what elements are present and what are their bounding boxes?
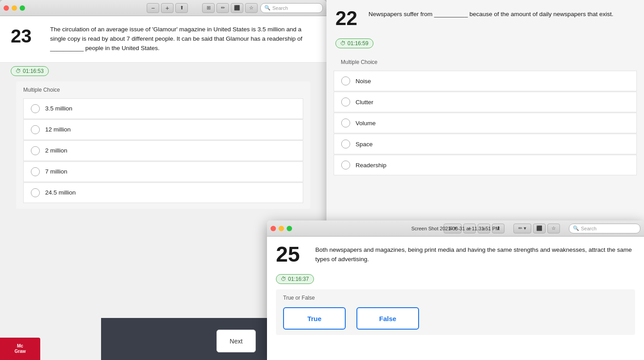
q25-text: Both newspapers and magazines, being pri… xyxy=(312,244,635,265)
option-label-1: 3.5 million xyxy=(45,105,72,112)
q22-option-label-2: Clutter xyxy=(356,99,373,106)
option-2-million[interactable]: 2 million xyxy=(23,140,303,161)
q22-option-label-1: Noise xyxy=(356,78,371,85)
q25-tf-section: True or False True False xyxy=(276,289,635,335)
q22-timer-value: 01:16:59 xyxy=(347,40,369,47)
q22-option-clutter[interactable]: Clutter xyxy=(334,92,637,112)
q25-timer-badge: ⏱ 01:16:37 xyxy=(276,274,314,284)
question-23-block: 23 The circulation of an average issue o… xyxy=(0,16,326,63)
q22-option-volume[interactable]: Volume xyxy=(334,113,637,133)
q25-tf-buttons: True False xyxy=(283,307,628,330)
toolbar-q25: Screen Shot 2021-03-31 at 11.31.51 PM ⊞ … xyxy=(267,220,644,237)
q22-radio-1 xyxy=(341,76,350,85)
radio-circle-5 xyxy=(31,188,40,197)
q25-search-input[interactable]: 🔍 Search xyxy=(569,224,640,233)
q25-bookmark-icon[interactable]: ☆ xyxy=(547,224,560,233)
q22-radio-2 xyxy=(341,97,350,106)
q22-option-label-5: Readership xyxy=(356,162,386,169)
radio-circle-2 xyxy=(31,125,40,134)
search-placeholder: Search xyxy=(272,5,288,11)
mcgraw-text: Mc Graw xyxy=(14,343,25,354)
q25-export-icon[interactable]: ⬛ xyxy=(533,224,546,233)
option-label-3: 2 million xyxy=(45,147,68,154)
option-7-million[interactable]: 7 million xyxy=(23,161,303,182)
radio-circle-3 xyxy=(31,146,40,155)
question-23-text: The circulation of an average issue of '… xyxy=(47,25,316,53)
option-label-4: 7 million xyxy=(45,168,68,175)
q22-text: Newspapers suffer from __________ becaus… xyxy=(367,7,635,30)
q22-radio-5 xyxy=(341,161,350,169)
q25-number: 25 xyxy=(276,244,312,265)
q22-option-readership[interactable]: Readership xyxy=(334,155,637,175)
option-12-million[interactable]: 12 million xyxy=(23,119,303,140)
close-button[interactable] xyxy=(4,5,9,11)
q22-option-label-3: Volume xyxy=(356,120,376,127)
q23-answer-type: Multiple Choice xyxy=(23,87,303,93)
export-icon[interactable]: ⬛ xyxy=(231,3,243,13)
window-q25: Screen Shot 2021-03-31 at 11.31.51 PM ⊞ … xyxy=(267,220,644,360)
q25-minimize-button[interactable] xyxy=(279,226,284,231)
q25-close-button[interactable] xyxy=(271,226,276,231)
zoom-out-icon[interactable]: − xyxy=(147,3,159,13)
q22-number: 22 xyxy=(335,7,367,30)
false-button[interactable]: False xyxy=(356,307,419,330)
toolbar-q23: − + ⬆ ⊞ ✏ ⬛ ☆ 🔍 Search xyxy=(0,0,326,16)
q22-mc-section: Multiple Choice Noise Clutter Volume Spa… xyxy=(334,54,637,181)
q22-radio-3 xyxy=(341,119,350,127)
q25-maximize-button[interactable] xyxy=(287,226,292,231)
zoom-in-icon[interactable]: + xyxy=(161,3,174,13)
radio-circle-1 xyxy=(31,104,40,113)
edit-icon[interactable]: ✏ xyxy=(216,3,229,13)
layout-icon[interactable]: ⊞ xyxy=(202,3,215,13)
q22-option-space[interactable]: Space xyxy=(334,134,637,154)
q23-timer-wrap: ⏱ 01:16:53 xyxy=(0,63,326,81)
q22-radio-4 xyxy=(341,140,350,148)
q25-timer-icon: ⏱ xyxy=(281,276,286,282)
option-label-5: 24.5 million xyxy=(45,189,76,196)
timer-icon: ⏱ xyxy=(16,68,21,74)
q25-question-block: 25 Both newspapers and magazines, being … xyxy=(267,237,644,271)
q25-answer-area: ⏱ 01:16:37 True or False True False xyxy=(267,271,644,360)
q25-search-placeholder: Search xyxy=(581,226,597,231)
search-input[interactable]: 🔍 Search xyxy=(260,3,323,13)
maximize-button[interactable] xyxy=(20,5,25,11)
q25-edit-icon[interactable]: ✏ ▾ xyxy=(513,224,531,233)
q23-timer-badge: ⏱ 01:16:53 xyxy=(11,66,49,76)
mcgraw-logo: Mc Graw xyxy=(0,338,40,360)
true-button[interactable]: True xyxy=(283,307,346,330)
option-35-million[interactable]: 3.5 million xyxy=(23,98,303,119)
next-button[interactable]: Next xyxy=(216,330,256,352)
minimize-button[interactable] xyxy=(12,5,17,11)
q25-timer-value: 01:16:37 xyxy=(288,276,309,282)
q22-timer-icon: ⏱ xyxy=(340,40,346,47)
radio-circle-4 xyxy=(31,167,40,176)
q22-answer-type: Multiple Choice xyxy=(334,59,637,71)
mcgraw-line2: Graw xyxy=(14,349,25,354)
q23-answer-section: Multiple Choice 3.5 million 12 million 2… xyxy=(16,81,310,209)
q25-answer-type: True or False xyxy=(283,295,628,301)
q22-header: 22 Newspapers suffer from __________ bec… xyxy=(326,0,644,35)
q22-option-noise[interactable]: Noise xyxy=(334,71,637,91)
option-label-2: 12 million xyxy=(45,126,71,133)
q23-answers: Multiple Choice 3.5 million 12 million 2… xyxy=(0,81,326,227)
mcgraw-line1: Mc xyxy=(14,343,25,349)
bookmark-icon[interactable]: ☆ xyxy=(245,3,258,13)
q22-timer-wrap: ⏱ 01:16:59 xyxy=(326,35,644,54)
q25-window-title: Screen Shot 2021-03-31 at 11.31.51 PM xyxy=(411,226,500,231)
q22-option-label-4: Space xyxy=(356,141,373,148)
question-23-number: 23 xyxy=(11,25,47,53)
q23-timer-value: 01:16:53 xyxy=(23,68,44,74)
share-icon[interactable]: ⬆ xyxy=(175,3,188,13)
q22-timer-badge: ⏱ 01:16:59 xyxy=(335,38,373,48)
option-245-million[interactable]: 24.5 million xyxy=(23,182,303,203)
